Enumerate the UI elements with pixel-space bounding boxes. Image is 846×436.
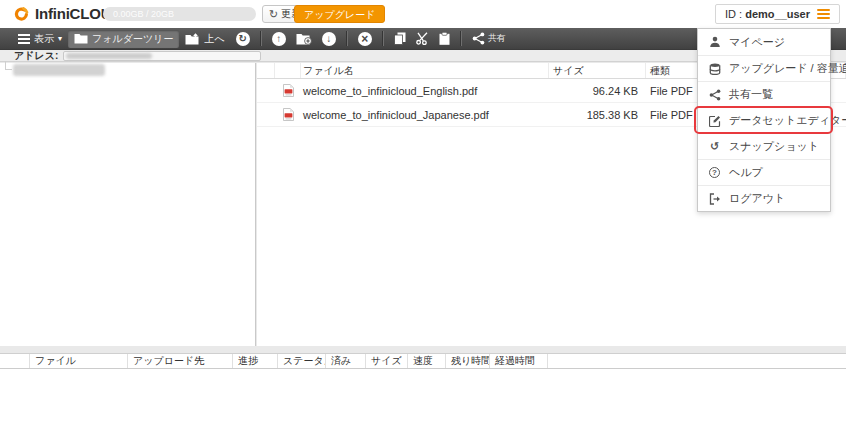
share-label: 共有	[488, 32, 506, 45]
transfer-queue-header: ファイル アップロード先 進捗 ステータス 済み サイズ 速度 残り時間 経過時…	[0, 354, 846, 369]
menu-item-logout[interactable]: ログアウト	[698, 185, 830, 211]
view-list-icon	[18, 34, 30, 44]
account-id-button[interactable]: ID : demo__user	[715, 4, 840, 24]
transfer-elapsed-column: 経過時間	[490, 354, 548, 368]
transfer-done-column: 済み	[326, 354, 366, 368]
user-icon	[708, 36, 721, 48]
share-list-icon	[708, 89, 721, 101]
chevron-down-icon: ▾	[58, 35, 62, 43]
pdf-file-icon	[275, 84, 301, 97]
id-value: demo__user	[745, 8, 810, 20]
select-column-header	[257, 63, 275, 78]
capacity-text: 0.00GB / 20GB	[113, 9, 174, 19]
tree-branch-line	[5, 61, 12, 70]
transfer-select-column	[0, 354, 30, 368]
pdf-file-icon	[275, 108, 301, 121]
scissors-icon	[416, 32, 429, 45]
file-name: welcome_to_infinicloud_English.pdf	[301, 85, 549, 97]
download-icon: ↓	[322, 32, 336, 46]
help-icon: ?	[708, 167, 721, 178]
menu-item-dataset-editor[interactable]: データセットエディター	[698, 107, 830, 133]
transfer-size-column: サイズ	[366, 354, 408, 368]
address-input[interactable]	[63, 51, 261, 61]
transfer-remaining-column: 残り時間	[446, 354, 490, 368]
history-icon: ↺	[708, 141, 721, 152]
menu-item-mypage[interactable]: マイページ	[698, 29, 830, 55]
up-one-level-button[interactable]: 上へ	[179, 30, 230, 48]
share-icon	[472, 32, 485, 45]
transfer-speed-column: 速度	[408, 354, 446, 368]
toolbar-divider	[382, 31, 384, 46]
folder-tree-button[interactable]: フォルダーツリー	[68, 30, 179, 48]
hamburger-menu-icon	[817, 9, 830, 19]
sync-icon: ↻	[236, 32, 250, 46]
brand-swirl-icon	[12, 6, 31, 22]
app-header: InfiniCLOUD 0.00GB / 20GB ↻ 更新 アップグレード I…	[0, 0, 846, 28]
menu-item-share-list[interactable]: 共有一覧	[698, 81, 830, 107]
account-dropdown-menu: マイページ アップグレード / 容量追加 共有一覧	[697, 28, 831, 212]
paste-button[interactable]	[439, 32, 450, 45]
delete-button[interactable]: ×	[358, 32, 372, 46]
new-folder-button[interactable]	[296, 33, 312, 45]
transfer-destination-column: アップロード先	[128, 354, 233, 368]
icon-column-header	[275, 63, 301, 78]
folder-plus-icon	[296, 33, 312, 45]
upload-icon: ↑	[272, 32, 286, 46]
file-size: 96.24 KB	[549, 85, 646, 97]
capacity-bar: 0.00GB / 20GB	[103, 7, 256, 21]
tree-root-node-redacted[interactable]	[13, 64, 105, 76]
transfer-queue-panel: ファイル アップロード先 進捗 ステータス 済み サイズ 速度 残り時間 経過時…	[0, 353, 846, 436]
download-button[interactable]: ↓	[322, 32, 336, 46]
menu-item-help[interactable]: ? ヘルプ	[698, 159, 830, 185]
toolbar-divider	[460, 31, 462, 46]
size-column-header: サイズ	[549, 63, 646, 78]
filename-column-header: ファイル名	[301, 63, 549, 78]
transfer-progress-column: 進捗	[233, 354, 278, 368]
upload-button[interactable]: ↑	[272, 32, 286, 46]
logout-icon	[708, 193, 721, 205]
cut-button[interactable]	[416, 32, 429, 45]
delete-icon: ×	[358, 32, 372, 46]
transfer-filler-column	[548, 354, 846, 368]
refresh-icon: ↻	[269, 9, 278, 20]
sync-button[interactable]: ↻	[236, 32, 250, 46]
menu-item-upgrade-capacity[interactable]: アップグレード / 容量追加	[698, 55, 830, 81]
transfer-status-column: ステータス	[278, 354, 326, 368]
folder-tree-pane	[0, 63, 256, 346]
copy-button[interactable]	[394, 32, 406, 45]
toolbar-divider	[346, 31, 348, 46]
folder-icon	[74, 33, 88, 44]
id-prefix: ID :	[725, 8, 742, 20]
transfer-file-column: ファイル	[30, 354, 128, 368]
file-name: welcome_to_infinicloud_Japanese.pdf	[301, 109, 549, 121]
edit-icon	[708, 115, 721, 127]
toolbar-divider	[260, 31, 262, 46]
folder-up-icon	[185, 33, 200, 45]
copy-icon	[394, 32, 406, 45]
clipboard-icon	[439, 32, 450, 45]
view-button[interactable]: 表示 ▾	[12, 30, 68, 48]
address-label: アドレス:	[14, 51, 58, 61]
menu-item-snapshot[interactable]: ↺ スナップショット	[698, 133, 830, 159]
address-value-redacted	[66, 53, 152, 59]
share-button[interactable]: 共有	[472, 32, 506, 45]
capacity-icon	[708, 63, 721, 75]
file-size: 185.38 KB	[549, 109, 646, 121]
upgrade-button[interactable]: アップグレード	[294, 5, 385, 23]
